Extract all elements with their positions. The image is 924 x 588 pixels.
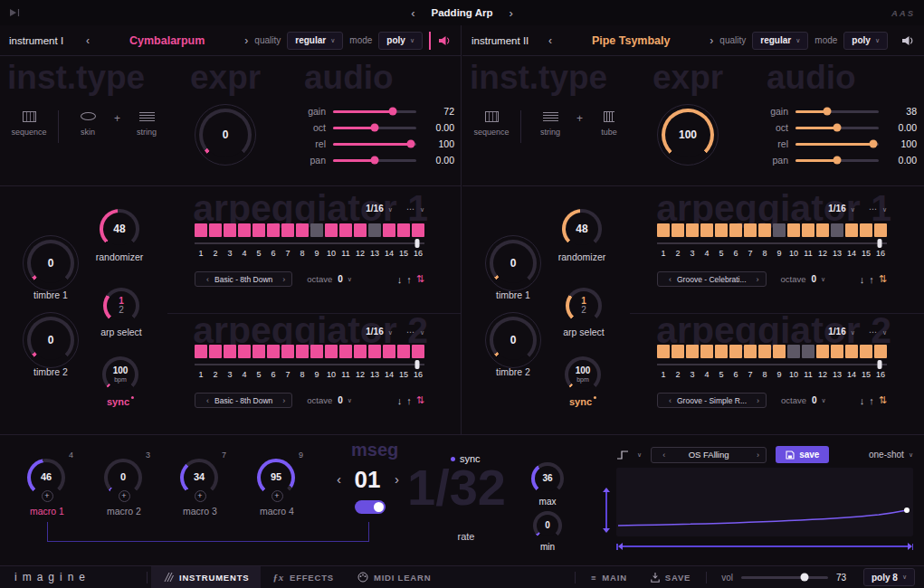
arp1-length-slider[interactable] xyxy=(657,242,887,244)
randomizer-knob[interactable]: 48 xyxy=(100,209,139,249)
direction-icon[interactable]: ⇅ xyxy=(879,394,887,406)
next-instrument-button[interactable]: › xyxy=(244,34,248,47)
mseg-curve-editor[interactable] xyxy=(616,468,913,536)
mseg-mode-dropdown[interactable]: one-shot∨ xyxy=(869,450,913,460)
octave-dropdown[interactable]: 0∨ xyxy=(338,395,352,405)
prev-instrument-button[interactable]: ‹ xyxy=(548,34,552,47)
mseg-vertical-range-slider[interactable] xyxy=(603,488,610,533)
rate-dropdown[interactable]: 1/16∨ xyxy=(366,199,393,215)
type-tube[interactable]: tube xyxy=(591,110,627,137)
rel-slider[interactable] xyxy=(333,143,416,146)
latch-down-icon[interactable]: ↓ xyxy=(397,395,403,406)
main-button[interactable]: ≡ MAIN xyxy=(579,566,639,588)
timbre1-knob[interactable]: 0 xyxy=(27,240,74,287)
latch-up-icon[interactable]: ↑ xyxy=(869,395,874,406)
latch-up-icon[interactable]: ↑ xyxy=(406,395,412,406)
expr-knob[interactable]: 100 xyxy=(662,109,714,161)
tab-midi-learn[interactable]: MIDI LEARN xyxy=(346,566,443,588)
oct-slider[interactable] xyxy=(333,127,416,129)
arp1-step-sequencer[interactable] xyxy=(195,223,424,237)
type-string[interactable]: string xyxy=(129,110,165,137)
macro-1-label[interactable]: macro 1 xyxy=(18,506,76,517)
timbre1-knob[interactable]: 0 xyxy=(490,240,537,287)
arp2-length-slider[interactable] xyxy=(657,364,887,365)
sync-label[interactable]: sync xyxy=(569,396,596,407)
arp-preset-selector[interactable]: ‹Groove - Simple R...› xyxy=(657,393,767,408)
pattern-dropdown[interactable]: ⋯∨ xyxy=(869,199,887,215)
macro-4-label[interactable]: macro 4 xyxy=(248,506,306,517)
arp2-step-sequencer[interactable] xyxy=(195,345,424,358)
mseg-sync[interactable]: sync xyxy=(451,453,481,464)
gain-slider[interactable] xyxy=(333,110,416,113)
rel-slider[interactable] xyxy=(795,143,879,146)
mode-dropdown[interactable]: poly∨ xyxy=(843,32,888,50)
type-sequence[interactable]: sequence xyxy=(11,110,47,137)
arp-preset-selector[interactable]: ‹Groove - Celebrati...› xyxy=(657,271,767,287)
quality-dropdown[interactable]: regular∨ xyxy=(287,32,343,50)
octave-dropdown[interactable]: 0∨ xyxy=(812,395,826,405)
bpm-knob[interactable]: 100bpm xyxy=(565,356,601,393)
octave-dropdown[interactable]: 0∨ xyxy=(338,274,352,284)
sync-label[interactable]: sync xyxy=(107,396,134,407)
polyphony-dropdown[interactable]: poly 8∨ xyxy=(863,568,915,586)
latch-up-icon[interactable]: ↑ xyxy=(869,274,874,285)
mode-dropdown[interactable]: poly∨ xyxy=(378,32,423,50)
audition-speaker-icon[interactable] xyxy=(429,32,452,50)
macro-2-label[interactable]: macro 2 xyxy=(95,506,153,517)
randomizer-knob[interactable]: 48 xyxy=(562,209,602,249)
mseg-min-knob[interactable]: 0 xyxy=(533,511,562,540)
rate-dropdown[interactable]: 1/16∨ xyxy=(828,322,855,338)
prev-instrument-button[interactable]: ‹ xyxy=(86,34,90,47)
arp-preset-selector[interactable]: ‹Basic - 8th Down› xyxy=(195,271,292,287)
octave-dropdown[interactable]: 0∨ xyxy=(812,274,826,284)
direction-icon[interactable]: ⇅ xyxy=(879,273,887,285)
bpm-knob[interactable]: 100bpm xyxy=(102,356,138,393)
latch-up-icon[interactable]: ↑ xyxy=(406,274,412,285)
expr-knob[interactable]: 0 xyxy=(199,109,252,161)
arp1-step-sequencer[interactable] xyxy=(657,223,887,237)
mseg-preset-selector[interactable]: ‹OS FAlling› xyxy=(651,447,767,463)
timbre2-knob[interactable]: 0 xyxy=(27,317,74,364)
gain-slider[interactable] xyxy=(795,110,879,113)
type-skin[interactable]: skin xyxy=(70,110,106,137)
macro-3-assign-button[interactable]: + xyxy=(195,490,206,502)
arp-select-knob[interactable]: 12 xyxy=(103,288,139,324)
latch-down-icon[interactable]: ↓ xyxy=(397,274,403,285)
pattern-dropdown[interactable]: ⋯∨ xyxy=(869,322,887,338)
timbre2-knob[interactable]: 0 xyxy=(490,317,537,364)
latch-down-icon[interactable]: ↓ xyxy=(860,395,865,406)
pan-slider[interactable] xyxy=(333,159,416,162)
prev-mseg-button[interactable]: ‹ xyxy=(337,471,341,487)
arp-select-knob[interactable]: 12 xyxy=(566,288,602,324)
instrument-name[interactable]: Cymbalarpum xyxy=(96,34,238,47)
macro-2-assign-button[interactable]: + xyxy=(119,490,130,502)
arp2-length-slider[interactable] xyxy=(195,364,424,365)
macro-3-label[interactable]: macro 3 xyxy=(171,506,229,517)
direction-icon[interactable]: ⇅ xyxy=(416,394,424,406)
mseg-enable-toggle[interactable] xyxy=(355,500,386,514)
next-instrument-button[interactable]: › xyxy=(710,34,713,47)
direction-icon[interactable]: ⇅ xyxy=(416,273,424,285)
quality-dropdown[interactable]: regular∨ xyxy=(752,32,808,50)
type-string[interactable]: string xyxy=(532,110,568,137)
rate-dropdown[interactable]: 1/16∨ xyxy=(828,199,855,215)
mseg-horizontal-range-slider[interactable] xyxy=(616,543,913,550)
audition-speaker-icon[interactable] xyxy=(894,32,915,50)
next-mseg-button[interactable]: › xyxy=(395,471,399,487)
pattern-dropdown[interactable]: ⋯∨ xyxy=(406,322,424,338)
next-preset-button[interactable]: › xyxy=(509,6,512,20)
macro-1-assign-button[interactable]: + xyxy=(42,490,53,502)
arp2-step-sequencer[interactable] xyxy=(657,345,887,358)
prev-preset-button[interactable]: ‹ xyxy=(411,6,414,20)
latch-down-icon[interactable]: ↓ xyxy=(860,274,865,285)
arp-preset-selector[interactable]: ‹Basic - 8th Down› xyxy=(195,393,292,408)
instrument-name[interactable]: Pipe Tsymbaly xyxy=(558,34,703,47)
tab-effects[interactable]: ƒx EFFECTS xyxy=(261,566,346,588)
save-mseg-button[interactable]: save xyxy=(776,446,829,463)
oct-slider[interactable] xyxy=(795,127,879,129)
save-button[interactable]: SAVE xyxy=(639,566,702,588)
macro-4-assign-button[interactable]: + xyxy=(271,490,283,502)
arp1-length-slider[interactable] xyxy=(195,242,424,244)
rate-dropdown[interactable]: 1/16∨ xyxy=(366,322,393,338)
pattern-dropdown[interactable]: ⋯∨ xyxy=(406,199,424,215)
